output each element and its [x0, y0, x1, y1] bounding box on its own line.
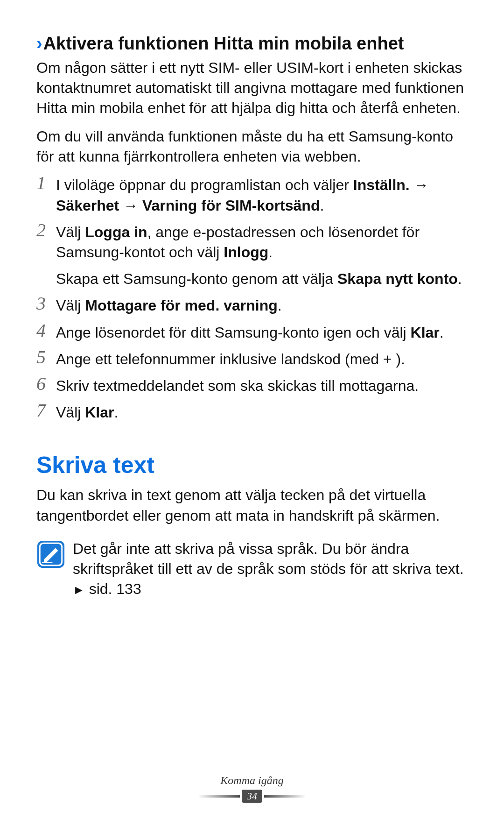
- step-number: 6: [36, 374, 56, 394]
- document-page: ›Aktivera funktionen Hitta min mobila en…: [0, 0, 504, 827]
- steps-list: 1 I viloläge öppnar du programlistan och…: [36, 175, 468, 423]
- step-3: 3 Välj Mottagare för med. varning.: [36, 296, 468, 316]
- step-5: 5 Ange ett telefonnummer inklusive lands…: [36, 349, 468, 369]
- section-title-write-text: Skriva text: [36, 452, 468, 479]
- play-icon: ►: [73, 583, 85, 597]
- step-body: Skriv textmeddelandet som ska skickas ti…: [56, 376, 468, 396]
- write-text-paragraph: Du kan skriva in text genom att välja te…: [36, 485, 468, 525]
- step-body: I viloläge öppnar du programlistan och v…: [56, 175, 468, 215]
- step-4: 4 Ange lösenordet för ditt Samsung-konto…: [36, 323, 468, 343]
- note-block: Det går inte att skriva på vissa språk. …: [36, 539, 468, 600]
- step-body: Välj Logga in, ange e-postadressen och l…: [56, 222, 468, 290]
- page-number-ornament: 34: [242, 790, 262, 803]
- page-number: 34: [242, 790, 262, 803]
- step-number: 4: [36, 321, 56, 340]
- step-1: 1 I viloläge öppnar du programlistan och…: [36, 175, 468, 215]
- intro-paragraph-2: Om du vill använda funktionen måste du h…: [36, 127, 468, 167]
- step-6: 6 Skriv textmeddelandet som ska skickas …: [36, 376, 468, 396]
- footer-chapter-label: Komma igång: [0, 774, 504, 787]
- note-text: Det går inte att skriva på vissa språk. …: [73, 539, 468, 600]
- step-body: Ange ett telefonnummer inklusive landsko…: [56, 349, 468, 369]
- step-number: 5: [36, 347, 56, 367]
- step-extra: Skapa ett Samsung-konto genom att välja …: [56, 269, 468, 289]
- step-number: 3: [36, 294, 56, 313]
- step-body: Ange lösenordet för ditt Samsung-konto i…: [56, 323, 468, 343]
- step-body: Välj Mottagare för med. varning.: [56, 296, 468, 316]
- page-footer: Komma igång 34: [0, 774, 504, 803]
- section-heading-find-device: ›Aktivera funktionen Hitta min mobila en…: [36, 33, 468, 55]
- note-icon: [36, 540, 65, 569]
- heading-text: Aktivera funktionen Hitta min mobila enh…: [43, 34, 404, 53]
- step-body: Välj Klar.: [56, 403, 468, 423]
- step-number: 7: [36, 401, 56, 420]
- step-7: 7 Välj Klar.: [36, 403, 468, 423]
- step-number: 1: [36, 173, 56, 193]
- step-number: 2: [36, 220, 56, 240]
- step-2: 2 Välj Logga in, ange e-postadressen och…: [36, 222, 468, 290]
- intro-paragraph-1: Om någon sätter i ett nytt SIM- eller US…: [36, 58, 468, 119]
- chevron-right-icon: ›: [36, 34, 42, 53]
